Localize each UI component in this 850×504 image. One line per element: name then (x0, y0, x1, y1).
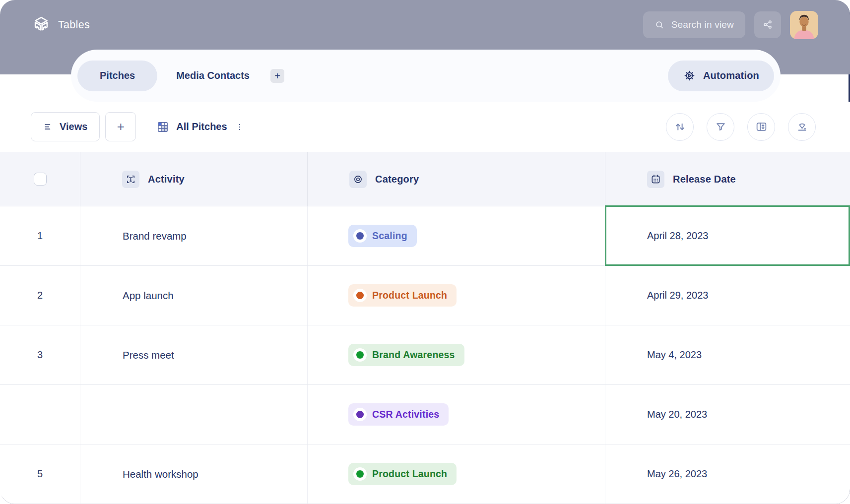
filter-funnel-icon (715, 121, 727, 133)
row-number: 3 (0, 325, 80, 384)
views-list-icon (43, 122, 53, 132)
table-row: CSR Activities May 20, 2023 (0, 385, 850, 444)
activity-cell[interactable]: App launch (80, 266, 308, 325)
column-header-activity[interactable]: Activity (80, 152, 308, 206)
avatar[interactable] (790, 11, 818, 39)
search-button-label: Search in view (671, 19, 734, 30)
table-header-row: Activity Category Relea (0, 152, 850, 206)
tab-pitches[interactable]: Pitches (77, 61, 157, 91)
badge-dot-icon (353, 467, 367, 481)
search-icon (654, 20, 665, 30)
filter-button[interactable] (707, 113, 734, 141)
column-header-category[interactable]: Category (308, 152, 605, 206)
tab-strip: Pitches Media Contacts + Automation (71, 50, 781, 102)
brand: Tables (32, 15, 90, 34)
app-title: Tables (58, 19, 90, 31)
kebab-menu-icon (235, 123, 244, 131)
badge-label: Product Launch (372, 290, 447, 301)
tab-label: Pitches (100, 70, 135, 81)
tab-label: Media Contacts (176, 70, 250, 81)
sort-button[interactable] (666, 113, 694, 141)
add-view-button[interactable]: + (105, 112, 136, 141)
release-date-cell[interactable]: April 29, 2023 (605, 266, 850, 325)
row-number: 1 (0, 206, 80, 265)
category-badge: Product Launch (348, 463, 457, 485)
row-height-icon (755, 121, 768, 133)
automation-button[interactable]: Automation (668, 61, 774, 91)
activity-cell[interactable]: Brand revamp (80, 206, 308, 265)
badge-label: CSR Activities (372, 409, 439, 420)
activity-cell[interactable]: Press meet (80, 325, 308, 384)
release-date-cell[interactable]: May 26, 2023 (605, 444, 850, 504)
category-badge: CSR Activities (348, 403, 449, 426)
table-body: 1 Brand revamp Scaling April 28, 2023 2 … (0, 206, 850, 504)
row-number: 5 (0, 444, 80, 504)
view-options-button[interactable] (234, 122, 245, 132)
views-button[interactable]: Views (31, 112, 100, 141)
column-header-release-date[interactable]: Release Date (605, 152, 850, 206)
table-row: 2 App launch Product Launch April 29, 20… (0, 266, 850, 325)
share-button[interactable] (754, 11, 781, 38)
fill-color-button[interactable] (788, 113, 816, 141)
paint-bucket-icon (796, 121, 808, 133)
badge-dot-icon (353, 348, 367, 362)
activity-cell[interactable] (80, 385, 308, 444)
row-height-button[interactable] (747, 113, 775, 141)
badge-label: Product Launch (372, 468, 447, 480)
column-label: Category (375, 174, 419, 185)
category-cell[interactable]: Brand Awareness (308, 325, 605, 384)
sort-icon (674, 121, 686, 133)
calendar-icon (647, 171, 664, 188)
category-cell[interactable]: Product Launch (308, 266, 605, 325)
target-icon (349, 171, 367, 188)
category-badge: Scaling (348, 225, 417, 247)
text-field-icon (122, 171, 139, 188)
app-window: Tables Search in view (0, 0, 850, 504)
search-in-view-button[interactable]: Search in view (643, 11, 745, 38)
badge-dot-icon (353, 408, 367, 421)
activity-cell[interactable]: Health workshop (80, 444, 308, 504)
current-view: All Pitches (156, 121, 245, 133)
category-cell[interactable]: Scaling (308, 206, 605, 265)
release-date-cell[interactable]: May 4, 2023 (605, 325, 850, 384)
category-badge: Brand Awareness (348, 344, 464, 366)
badge-label: Brand Awareness (372, 349, 455, 361)
release-date-cell-selected[interactable]: April 28, 2023 (605, 206, 850, 265)
category-badge: Product Launch (348, 284, 457, 307)
view-toolbar: Views + All Pitches (0, 102, 850, 152)
row-number (0, 385, 80, 444)
row-number: 2 (0, 266, 80, 325)
badge-dot-icon (353, 289, 367, 302)
views-label: Views (60, 121, 87, 132)
tab-media-contacts[interactable]: Media Contacts (157, 61, 268, 91)
automation-gear-icon (683, 69, 696, 82)
category-cell[interactable]: CSR Activities (308, 385, 605, 444)
release-date-cell[interactable]: May 20, 2023 (605, 385, 850, 444)
automation-label: Automation (703, 70, 759, 81)
column-label: Activity (148, 174, 185, 185)
grid-view-icon (156, 121, 169, 133)
tables-logo-icon (32, 15, 51, 34)
view-name: All Pitches (176, 121, 227, 132)
select-all-checkbox[interactable] (34, 173, 47, 186)
column-label: Release Date (673, 174, 736, 185)
badge-dot-icon (353, 229, 367, 243)
add-table-button[interactable]: + (270, 69, 284, 83)
share-icon (762, 19, 774, 31)
table-row: 5 Health workshop Product Launch May 26,… (0, 444, 850, 504)
table-row: 3 Press meet Brand Awareness May 4, 2023 (0, 325, 850, 385)
badge-label: Scaling (372, 230, 407, 242)
table-row: 1 Brand revamp Scaling April 28, 2023 (0, 206, 850, 266)
category-cell[interactable]: Product Launch (308, 444, 605, 504)
